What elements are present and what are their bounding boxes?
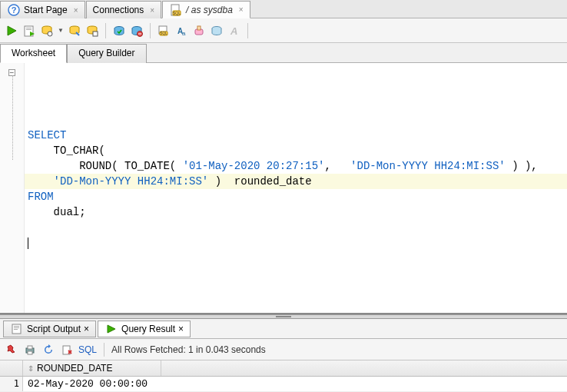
- script-output-icon: [10, 322, 24, 336]
- result-tabs: Script Output × Query Result ×: [0, 319, 567, 339]
- svg-text:?: ?: [12, 5, 17, 15]
- unshared-worksheet-icon[interactable]: SQL: [157, 24, 171, 38]
- close-icon[interactable]: ×: [150, 6, 154, 15]
- tab-sysdba[interactable]: SQL / as sysdba ×: [162, 1, 250, 18]
- table-row[interactable]: 1 02-May-2020 00:00:00: [0, 377, 567, 392]
- sort-icon: ⇕: [28, 364, 34, 373]
- sql-file-icon: SQL: [169, 3, 183, 17]
- editor-gutter: −: [0, 63, 25, 313]
- svg-rect-34: [28, 351, 32, 354]
- tab-query-result[interactable]: Query Result ×: [98, 321, 191, 337]
- svg-marker-31: [108, 325, 115, 333]
- close-icon[interactable]: ×: [74, 6, 78, 15]
- sql-history-icon[interactable]: [85, 24, 99, 38]
- tab-worksheet[interactable]: Worksheet: [0, 44, 67, 63]
- clear-icon[interactable]: [192, 24, 206, 38]
- code-line: ) ),: [506, 160, 538, 172]
- delete-icon[interactable]: [60, 343, 74, 357]
- code-line: ROUND( TO_DATE(: [28, 160, 183, 172]
- svg-rect-30: [14, 329, 18, 330]
- fetch-status: All Rows Fetched: 1 in 0.043 seconds: [111, 344, 266, 355]
- kw-from: FROM: [28, 191, 54, 203]
- explain-plan-icon[interactable]: [40, 24, 54, 38]
- code-line: ) rounded_date: [208, 175, 311, 188]
- svg-point-11: [48, 32, 52, 36]
- format-icon[interactable]: Aa: [174, 24, 188, 38]
- svg-text:SQL: SQL: [173, 11, 181, 15]
- tab-label: Query Builder: [78, 48, 134, 58]
- tab-label: Start Page: [24, 5, 68, 15]
- cell-value: 02-May-2020 00:00:00: [23, 377, 161, 391]
- run-icon[interactable]: [5, 24, 18, 38]
- separator: [150, 23, 151, 38]
- separator: [105, 23, 106, 38]
- svg-rect-33: [28, 346, 32, 349]
- pin-icon[interactable]: [5, 343, 18, 357]
- rownum-header: [0, 360, 23, 376]
- text-cursor: [28, 238, 28, 249]
- help-icon: ?: [7, 3, 21, 17]
- tab-label: Connections: [93, 5, 144, 15]
- file-tabs: ? Start Page × Connections × SQL / as sy…: [0, 0, 567, 18]
- run-icon: [104, 322, 118, 336]
- result-toolbar: SQL All Rows Fetched: 1 in 0.043 seconds: [0, 339, 567, 360]
- close-icon[interactable]: ×: [84, 324, 89, 334]
- svg-rect-7: [26, 28, 32, 28]
- tab-script-output[interactable]: Script Output ×: [3, 321, 96, 337]
- separator: [104, 343, 104, 357]
- rollback-icon[interactable]: [130, 24, 144, 38]
- string-literal: 'DD-Mon-YYYY HH24:MI:SS': [350, 160, 506, 172]
- code-area[interactable]: SELECT TO_CHAR( ROUND( TO_DATE( '01-May-…: [25, 63, 567, 313]
- column-header[interactable]: ⇕ ROUNDED_DATE: [23, 360, 161, 376]
- tab-query-builder[interactable]: Query Builder: [67, 44, 146, 63]
- close-icon[interactable]: ×: [178, 324, 184, 334]
- svg-text:A: A: [230, 25, 237, 37]
- worksheet-toolbar: ▼ SQL Aa A: [0, 18, 567, 43]
- svg-rect-24: [197, 26, 201, 30]
- separator: [247, 23, 248, 38]
- commit-icon[interactable]: [112, 24, 126, 38]
- code-line: [28, 175, 54, 188]
- code-line: dual;: [28, 206, 86, 218]
- close-icon[interactable]: ×: [239, 5, 244, 14]
- tab-label: Script Output: [27, 324, 81, 334]
- sql-editor[interactable]: − SELECT TO_CHAR( ROUND( TO_DATE( '01-Ma…: [0, 63, 567, 314]
- code-line: TO_CHAR(: [28, 145, 105, 157]
- string-literal: '01-May-2020 20:27:15': [183, 160, 325, 172]
- kw-select: SELECT: [28, 129, 66, 141]
- tab-label: Worksheet: [12, 48, 55, 58]
- fold-line: [12, 75, 13, 160]
- run-script-icon[interactable]: [22, 24, 36, 38]
- db-icon[interactable]: [210, 24, 224, 38]
- tab-connections[interactable]: Connections ×: [86, 1, 162, 18]
- svg-text:SQL: SQL: [160, 32, 167, 35]
- svg-rect-14: [93, 32, 98, 36]
- tab-label: Query Result: [121, 324, 175, 334]
- svg-rect-28: [14, 326, 19, 327]
- code-lines: SELECT TO_CHAR( ROUND( TO_DATE( '01-May-…: [28, 112, 564, 251]
- column-label: ROUNDED_DATE: [37, 363, 112, 374]
- svg-rect-8: [26, 29, 32, 30]
- tab-start-page[interactable]: ? Start Page ×: [0, 1, 85, 18]
- print-icon[interactable]: [23, 343, 37, 357]
- grid-header: ⇕ ROUNDED_DATE: [0, 360, 567, 377]
- refresh-icon[interactable]: A: [227, 24, 241, 38]
- svg-marker-5: [8, 26, 16, 35]
- refresh-icon[interactable]: [41, 343, 55, 357]
- sql-link[interactable]: SQL: [78, 344, 97, 355]
- tab-label: / as sysdba: [186, 5, 233, 15]
- code-line: ,: [324, 160, 350, 172]
- svg-rect-29: [14, 327, 19, 328]
- results-panel: Script Output × Query Result × SQL All R…: [0, 319, 567, 392]
- row-number: 1: [0, 377, 23, 391]
- result-grid[interactable]: ⇕ ROUNDED_DATE 1 02-May-2020 00:00:00: [0, 360, 567, 392]
- string-literal: 'DD-Mon-YYYY HH24:MI:SS': [54, 175, 209, 188]
- svg-text:a: a: [182, 30, 186, 37]
- dropdown-icon[interactable]: ▼: [58, 27, 64, 34]
- worksheet-tabs: Worksheet Query Builder: [0, 43, 567, 63]
- autotrace-icon[interactable]: [68, 24, 81, 38]
